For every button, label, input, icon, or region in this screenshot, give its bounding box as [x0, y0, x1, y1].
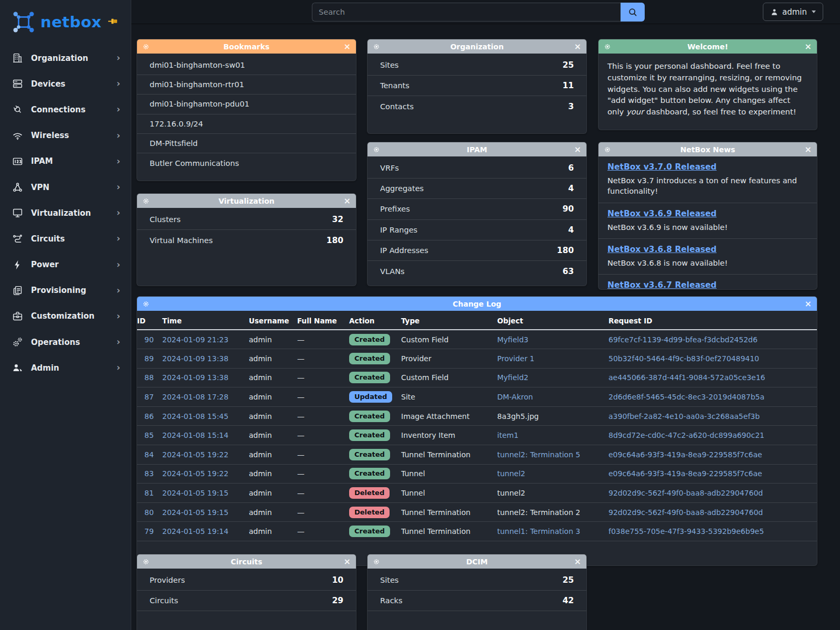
request-id-link[interactable]: e09c64a6-93f3-419a-8ea9-229585f7c6ae	[608, 469, 762, 478]
stat-link-ip-addresses[interactable]: IP Addresses	[380, 246, 428, 255]
sidebar-item-circuits[interactable]: Circuits ›	[0, 226, 131, 251]
widget-close-icon[interactable]: ×	[342, 197, 351, 205]
widget-config-icon[interactable]	[604, 43, 612, 51]
changelog-object-link[interactable]: Myfield2	[497, 373, 528, 382]
stat-link-ip-ranges[interactable]: IP Ranges	[380, 226, 417, 234]
search-button[interactable]	[621, 3, 645, 22]
changelog-id-link[interactable]: 86	[144, 412, 154, 421]
changelog-time-link[interactable]: 2024-01-08 15:14	[162, 431, 228, 439]
widget-config-icon[interactable]	[142, 558, 151, 566]
changelog-time-link[interactable]: 2024-01-05 19:22	[162, 469, 228, 478]
sidebar-item-power[interactable]: Power ›	[0, 252, 131, 278]
stat-link-sites[interactable]: Sites	[380, 576, 398, 584]
news-link-netbox-v3-6-9-released[interactable]: NetBox v3.6.9 Released	[607, 209, 717, 218]
request-id-link[interactable]: 2d6d6e8f-5465-45dc-8ec3-2019d4087b5a	[608, 393, 764, 401]
changelog-object-link[interactable]: DM-Akron	[497, 393, 533, 401]
stat-link-vlans[interactable]: VLANs	[380, 267, 405, 276]
widget-close-icon[interactable]: ×	[803, 300, 812, 308]
changelog-object-link[interactable]: 8a3gh5.jpg	[497, 412, 539, 421]
changelog-time-link[interactable]: 2024-01-05 19:22	[162, 450, 228, 459]
brand-name[interactable]: netbox	[40, 13, 102, 31]
widget-config-icon[interactable]	[604, 145, 612, 154]
news-link-netbox-v3-6-7-released[interactable]: NetBox v3.6.7 Released	[607, 280, 717, 290]
bookmark-link-172-16-0-9-24[interactable]: 172.16.0.9/24	[137, 114, 356, 134]
stat-link-vrfs[interactable]: VRFs	[380, 164, 399, 172]
sidebar-item-customization[interactable]: Customization ›	[0, 303, 131, 329]
sidebar-item-wireless[interactable]: Wireless ›	[0, 123, 131, 149]
changelog-id-link[interactable]: 88	[144, 373, 154, 382]
changelog-object-link[interactable]: tunnel2	[497, 489, 526, 497]
widget-config-icon[interactable]	[142, 197, 151, 205]
stat-link-providers[interactable]: Providers	[150, 576, 185, 584]
request-id-link[interactable]: a390fbef-2a82-4e10-aa0a-3c268aa5ef3b	[608, 412, 760, 421]
sidebar-item-organization[interactable]: Organization ›	[0, 45, 131, 71]
bookmark-link-butler-communications[interactable]: Butler Communications	[137, 153, 356, 173]
changelog-object-link[interactable]: tunnel1: Termination 3	[497, 527, 580, 536]
bookmark-link-dm-pittsfield[interactable]: DM-Pittsfield	[137, 134, 356, 153]
changelog-id-link[interactable]: 89	[144, 354, 154, 363]
sidebar-item-vpn[interactable]: VPN ›	[0, 174, 131, 200]
stat-link-contacts[interactable]: Contacts	[380, 102, 414, 111]
news-link-netbox-v3-6-8-released[interactable]: NetBox v3.6.8 Released	[607, 245, 717, 254]
request-id-link[interactable]: e09c64a6-93f3-419a-8ea9-229585f7c6ae	[608, 450, 762, 459]
widget-config-icon[interactable]	[142, 300, 151, 308]
request-id-link[interactable]: ae445066-387d-44f1-9084-572a05ce3e16	[608, 373, 765, 382]
netbox-logo-icon[interactable]	[12, 10, 36, 34]
changelog-time-link[interactable]: 2024-01-05 19:15	[162, 508, 228, 517]
changelog-object-link[interactable]: item1	[497, 431, 519, 439]
request-id-link[interactable]: 50b32f40-5464-4f9c-b83f-0ef270489410	[608, 354, 759, 363]
changelog-time-link[interactable]: 2024-01-09 13:38	[162, 354, 228, 363]
stat-link-sites[interactable]: Sites	[380, 61, 398, 69]
changelog-time-link[interactable]: 2024-01-05 19:14	[162, 527, 228, 536]
request-id-link[interactable]: 92d02d9c-562f-49f0-baa8-adb22904760d	[608, 489, 763, 497]
bookmark-link-dmi01-binghamton-pdu01[interactable]: dmi01-binghamton-pdu01	[137, 94, 356, 114]
changelog-object-link[interactable]: Myfield3	[497, 335, 528, 344]
changelog-id-link[interactable]: 87	[144, 393, 154, 401]
sidebar-item-admin[interactable]: Admin ›	[0, 355, 131, 381]
changelog-time-link[interactable]: 2024-01-05 19:15	[162, 489, 228, 497]
sidebar-item-connections[interactable]: Connections ›	[0, 97, 131, 122]
changelog-object-link[interactable]: Provider 1	[497, 354, 534, 363]
bookmark-link-dmi01-binghamton-sw01[interactable]: dmi01-binghamton-sw01	[137, 56, 356, 75]
changelog-time-link[interactable]: 2024-01-08 17:28	[162, 393, 228, 401]
request-id-link[interactable]: f038e755-705e-47f3-9433-5392b9e6b9e5	[608, 527, 764, 536]
widget-close-icon[interactable]: ×	[803, 43, 812, 51]
changelog-id-link[interactable]: 90	[144, 335, 154, 344]
widget-config-icon[interactable]	[142, 43, 151, 51]
changelog-time-link[interactable]: 2024-01-09 21:23	[162, 335, 228, 344]
widget-config-icon[interactable]	[373, 145, 381, 154]
changelog-id-link[interactable]: 84	[144, 450, 154, 459]
stat-link-racks[interactable]: Racks	[380, 596, 403, 605]
changelog-object-link[interactable]: tunnel2: Termination 2	[497, 508, 580, 517]
changelog-time-link[interactable]: 2024-01-08 15:45	[162, 412, 228, 421]
news-link-netbox-v3-7-0-released[interactable]: NetBox v3.7.0 Released	[607, 162, 717, 172]
changelog-object-link[interactable]: tunnel2: Termination 5	[497, 450, 580, 459]
request-id-link[interactable]: 8d9cd72e-cd0c-47c2-a620-dc899a690c21	[608, 431, 764, 439]
changelog-id-link[interactable]: 83	[144, 469, 154, 478]
sidebar-item-provisioning[interactable]: Provisioning ›	[0, 278, 131, 303]
widget-close-icon[interactable]: ×	[573, 145, 581, 154]
widget-close-icon[interactable]: ×	[803, 145, 812, 154]
search-input[interactable]	[312, 3, 621, 22]
stat-link-aggregates[interactable]: Aggregates	[380, 184, 424, 193]
sidebar-item-ipam[interactable]: IPAM ›	[0, 149, 131, 174]
stat-link-tenants[interactable]: Tenants	[380, 81, 410, 90]
stat-link-virtual-machines[interactable]: Virtual Machines	[150, 236, 213, 245]
widget-close-icon[interactable]: ×	[573, 558, 581, 566]
sidebar-pin-icon[interactable]	[108, 17, 118, 27]
changelog-id-link[interactable]: 80	[144, 508, 154, 517]
sidebar-item-virtualization[interactable]: Virtualization ›	[0, 200, 131, 226]
sidebar-item-operations[interactable]: Operations ›	[0, 329, 131, 355]
user-menu-button[interactable]: admin	[763, 3, 823, 21]
request-id-link[interactable]: 69fce7cf-1139-4d99-bfea-f3dcbd2452d6	[608, 335, 758, 344]
changelog-object-link[interactable]: tunnel2	[497, 469, 526, 478]
widget-close-icon[interactable]: ×	[573, 43, 581, 51]
changelog-time-link[interactable]: 2024-01-09 13:38	[162, 373, 228, 382]
stat-link-prefixes[interactable]: Prefixes	[380, 205, 410, 213]
stat-link-clusters[interactable]: Clusters	[150, 215, 181, 224]
widget-close-icon[interactable]: ×	[342, 43, 351, 51]
bookmark-link-dmi01-binghamton-rtr01[interactable]: dmi01-binghamton-rtr01	[137, 75, 356, 94]
stat-link-circuits[interactable]: Circuits	[150, 596, 178, 605]
changelog-id-link[interactable]: 81	[144, 489, 154, 497]
changelog-id-link[interactable]: 85	[144, 431, 154, 439]
